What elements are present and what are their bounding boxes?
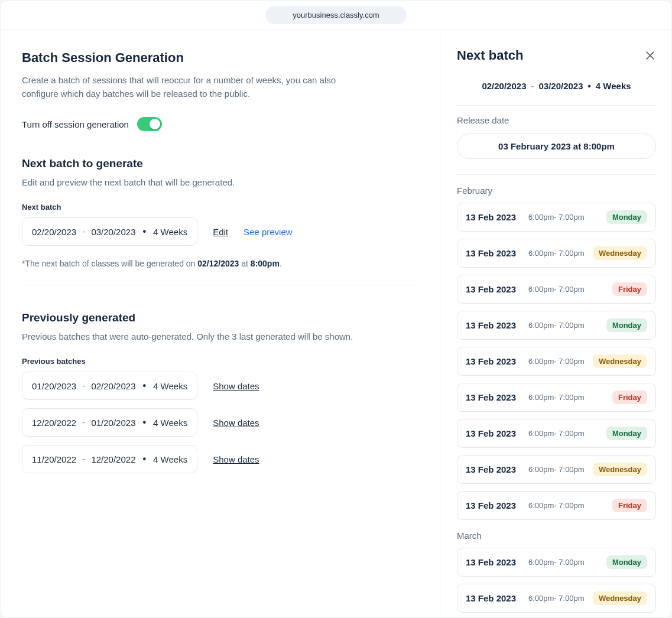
date-card-date: 13 Feb 2023 xyxy=(466,356,521,366)
see-preview-link[interactable]: See preview xyxy=(244,227,293,237)
next-batch-end: 03/20/2023 xyxy=(91,227,135,237)
prev-batch-start: 11/20/2022 xyxy=(32,454,76,464)
dot-icon: • xyxy=(142,226,146,237)
day-badge: Wednesday xyxy=(593,246,647,260)
side-range-end: 03/20/2023 xyxy=(538,81,583,91)
date-card-time: 6:00pm- 7:00pm xyxy=(528,393,605,402)
close-icon[interactable] xyxy=(644,50,656,61)
next-batch-row: 02/20/2023 - 03/20/2023 • 4 Weeks Edit S… xyxy=(22,217,418,246)
url-pill: yourbusiness.classly.com xyxy=(265,6,406,24)
date-card: 13 Feb 20236:00pm- 7:00pmMonday xyxy=(457,311,656,340)
day-badge: Monday xyxy=(606,427,647,440)
session-generation-toggle[interactable] xyxy=(137,117,162,131)
date-card: 13 Feb 20236:00pm- 7:00pmWednesday xyxy=(457,584,656,613)
date-card-date: 13 Feb 2023 xyxy=(466,212,521,222)
app-window: yourbusiness.classly.com Batch Session G… xyxy=(0,0,672,618)
titlebar: yourbusiness.classly.com xyxy=(1,1,671,30)
day-badge: Monday xyxy=(606,555,647,569)
next-batch-field-label: Next batch xyxy=(22,203,418,212)
date-card-date: 13 Feb 2023 xyxy=(466,464,521,474)
side-panel: Next batch 02/20/2023-03/20/2023•4 Weeks… xyxy=(440,30,671,617)
date-card: 13 Feb 20236:00pm- 7:00pmMonday xyxy=(457,419,656,448)
divider xyxy=(457,105,656,106)
date-card-date: 13 Feb 2023 xyxy=(466,428,521,438)
dash-icon: - xyxy=(531,81,534,91)
note-at: at xyxy=(239,259,250,268)
month-title: February xyxy=(457,186,656,196)
note-date: 02/12/2023 xyxy=(197,259,239,268)
show-dates-link[interactable]: Show dates xyxy=(213,454,259,464)
date-card-time: 6:00pm- 7:00pm xyxy=(528,357,586,366)
previous-batch-row: 12/20/2022-01/20/2023•4 WeeksShow dates xyxy=(22,408,418,437)
day-badge: Wednesday xyxy=(593,354,647,368)
previous-section: Previously generated Previous batches th… xyxy=(22,311,418,473)
dot-icon: • xyxy=(142,380,146,391)
previous-batch-row: 01/20/2023-02/20/2023•4 WeeksShow dates xyxy=(22,372,418,400)
prev-batch-end: 12/20/2022 xyxy=(91,454,135,464)
day-badge: Friday xyxy=(612,391,647,404)
release-date-value: 03 February 2023 at 8:00pm xyxy=(457,134,656,159)
date-card: 13 Feb 20236:00pm- 7:00pmMonday xyxy=(457,203,656,232)
date-card-date: 13 Feb 2023 xyxy=(466,593,521,603)
dot-icon: • xyxy=(142,454,146,464)
prev-batch-weeks: 4 Weeks xyxy=(153,454,187,464)
toggle-label: Turn off session generation xyxy=(22,119,129,129)
side-range-start: 02/20/2023 xyxy=(482,81,526,91)
prev-batch-weeks: 4 Weeks xyxy=(153,418,187,428)
divider xyxy=(22,285,418,285)
show-dates-link[interactable]: Show dates xyxy=(213,381,259,391)
next-batch-weeks: 4 Weeks xyxy=(153,227,187,237)
next-batch-pill: 02/20/2023 - 03/20/2023 • 4 Weeks xyxy=(22,217,197,246)
next-batch-start: 02/20/2023 xyxy=(32,227,76,237)
side-range: 02/20/2023-03/20/2023•4 Weeks xyxy=(457,81,656,91)
date-card-time: 6:00pm- 7:00pm xyxy=(528,465,586,474)
previous-batch-pill: 12/20/2022-01/20/2023•4 Weeks xyxy=(22,408,197,437)
previous-batch-row: 11/20/2022-12/20/2022•4 WeeksShow dates xyxy=(22,445,418,473)
prev-batch-weeks: 4 Weeks xyxy=(153,381,187,391)
date-card-time: 6:00pm- 7:00pm xyxy=(528,501,605,510)
date-card-time: 6:00pm- 7:00pm xyxy=(528,558,599,567)
date-card-date: 13 Feb 2023 xyxy=(466,557,521,567)
date-card-time: 6:00pm- 7:00pm xyxy=(528,285,605,294)
date-card: 13 Feb 20236:00pm- 7:00pmFriday xyxy=(457,383,656,412)
edit-link[interactable]: Edit xyxy=(213,227,228,237)
dot-icon: • xyxy=(142,417,146,428)
date-card-date: 13 Feb 2023 xyxy=(466,320,521,330)
previous-title: Previously generated xyxy=(22,311,418,324)
day-badge: Wednesday xyxy=(593,463,647,476)
day-badge: Friday xyxy=(612,282,647,296)
note-time: 8:00pm xyxy=(251,259,280,268)
main-panel: Batch Session Generation Create a batch … xyxy=(1,30,440,617)
date-card-date: 13 Feb 2023 xyxy=(466,500,521,510)
dot-icon: • xyxy=(588,81,591,91)
date-groups: February13 Feb 20236:00pm- 7:00pmMonday1… xyxy=(457,186,656,613)
content: Batch Session Generation Create a batch … xyxy=(1,30,671,617)
day-badge: Monday xyxy=(606,210,647,224)
previous-list: 01/20/2023-02/20/2023•4 WeeksShow dates1… xyxy=(22,372,418,473)
next-batch-note: *The next batch of classes will be gener… xyxy=(22,259,418,268)
date-card: 13 Feb 20236:00pm- 7:00pmMonday xyxy=(457,548,656,577)
day-badge: Monday xyxy=(606,318,647,332)
date-card-time: 6:00pm- 7:00pm xyxy=(528,594,586,603)
date-card-date: 13 Feb 2023 xyxy=(466,284,521,294)
previous-field-label: Previous batches xyxy=(22,357,418,366)
prev-batch-start: 01/20/2023 xyxy=(32,381,76,391)
dash-icon: - xyxy=(82,454,85,464)
date-card-time: 6:00pm- 7:00pm xyxy=(528,249,586,258)
divider xyxy=(457,174,656,175)
prev-batch-start: 12/20/2022 xyxy=(32,418,76,428)
next-batch-desc: Edit and preview the next batch that wil… xyxy=(22,177,418,187)
date-card: 13 Feb 20236:00pm- 7:00pmWednesday xyxy=(457,239,656,268)
next-batch-section: Next batch to generate Edit and preview … xyxy=(22,157,418,285)
date-card: 13 Feb 20236:00pm- 7:00pmFriday xyxy=(457,275,656,304)
date-card-date: 13 Feb 2023 xyxy=(466,392,521,402)
date-card: 13 Feb 20236:00pm- 7:00pmWednesday xyxy=(457,347,656,376)
release-date-label: Release date xyxy=(457,115,656,125)
show-dates-link[interactable]: Show dates xyxy=(213,418,259,428)
day-badge: Friday xyxy=(612,499,647,512)
prev-batch-end: 02/20/2023 xyxy=(91,381,135,391)
note-prefix: *The next batch of classes will be gener… xyxy=(22,259,197,268)
toggle-knob xyxy=(150,119,160,129)
dash-icon: - xyxy=(82,380,85,391)
previous-desc: Previous batches that were auto-generate… xyxy=(22,331,418,341)
